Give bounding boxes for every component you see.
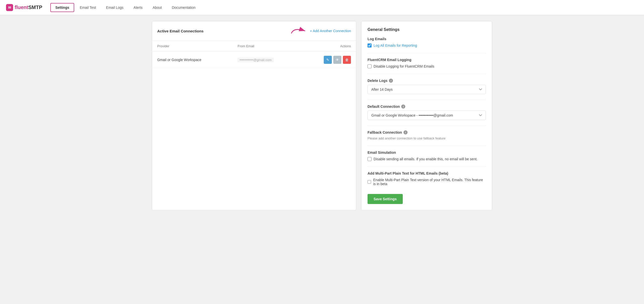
log-emails-title: Log Emails xyxy=(368,37,486,41)
disable-sending-label: Disable sending all emails. If you enabl… xyxy=(374,157,477,161)
add-connection-container: + Add Another Connection xyxy=(289,26,351,36)
left-panel: Active Email Connections + Add Another C… xyxy=(152,21,356,210)
save-settings-button[interactable]: Save Settings xyxy=(368,194,403,204)
page-content: Active Email Connections + Add Another C… xyxy=(146,15,498,216)
enable-multipart-checkbox[interactable] xyxy=(368,180,371,184)
default-connection-info-icon[interactable]: i xyxy=(401,105,405,109)
divider-2 xyxy=(368,74,486,74)
nav-item-email-test[interactable]: Email Test xyxy=(75,4,100,12)
divider-1 xyxy=(368,53,486,53)
action-buttons: ✎ 👁 🗑 xyxy=(306,56,351,64)
nav-item-about[interactable]: About xyxy=(148,4,167,12)
disable-fluentcrm-checkbox[interactable] xyxy=(368,64,372,68)
fallback-label: Fallback Connection i xyxy=(368,130,486,134)
logo: ✉ fluentSMTP xyxy=(6,4,42,11)
disable-fluentcrm-label: Disable Logging for FluentCRM Emails xyxy=(374,64,434,68)
default-connection-select[interactable]: Gmail or Google Workspace - ••••••••••••… xyxy=(368,111,486,120)
fallback-info-icon[interactable]: i xyxy=(404,130,408,134)
logo-icon: ✉ xyxy=(6,4,13,11)
divider-4 xyxy=(368,126,486,126)
enable-multipart-row: Enable Multi-Part Plain Text version of … xyxy=(368,178,486,186)
multipart-section: Add Multi-Part Plain Text for HTML Email… xyxy=(368,171,486,186)
nav-item-documentation[interactable]: Documentation xyxy=(167,4,200,12)
fluentcrm-section: FluentCRM Email Logging Disable Logging … xyxy=(368,58,486,68)
default-connection-label: Default Connection i xyxy=(368,105,486,109)
fallback-note: Please add another connection to use fal… xyxy=(368,136,486,140)
add-connection-button[interactable]: + Add Another Connection xyxy=(310,29,351,33)
top-navigation: ✉ fluentSMTP Settings Email Test Email L… xyxy=(0,0,644,15)
divider-3 xyxy=(368,100,486,100)
delete-logs-section: Delete Logs i After 14 Days After 7 Days… xyxy=(368,79,486,94)
divider-5 xyxy=(368,146,486,146)
email-simulation-section: Email Simulation Disable sending all ema… xyxy=(368,150,486,161)
delete-logs-select[interactable]: After 14 Days After 7 Days After 30 Days… xyxy=(368,85,486,94)
from-email-cell: ••••••••••••@gmail.com xyxy=(232,52,301,68)
nav-item-alerts[interactable]: Alerts xyxy=(129,4,147,12)
col-provider: Provider xyxy=(152,41,232,52)
logo-text: fluentSMTP xyxy=(15,5,42,10)
disable-sending-row: Disable sending all emails. If you enabl… xyxy=(368,157,486,161)
log-emails-section: Log Emails Log All Emails for Reporting xyxy=(368,37,486,47)
col-actions: Actions xyxy=(301,41,356,52)
multipart-title: Add Multi-Part Plain Text for HTML Email… xyxy=(368,171,486,175)
fluentcrm-title: FluentCRM Email Logging xyxy=(368,58,486,62)
disable-sending-checkbox[interactable] xyxy=(368,157,372,161)
panel-header: Active Email Connections + Add Another C… xyxy=(152,21,356,41)
email-connections-table: Provider From Email Actions Gmail or Goo… xyxy=(152,41,356,68)
fallback-section: Fallback Connection i Please add another… xyxy=(368,130,486,140)
provider-cell: Gmail or Google Workspace xyxy=(152,52,232,68)
default-connection-section: Default Connection i Gmail or Google Wor… xyxy=(368,105,486,120)
panel-title: Active Email Connections xyxy=(157,29,204,33)
curved-arrow-annotation xyxy=(289,26,309,36)
nav-item-email-logs[interactable]: Email Logs xyxy=(102,4,128,12)
delete-logs-info-icon[interactable]: i xyxy=(389,79,393,83)
delete-logs-label: Delete Logs i xyxy=(368,79,486,83)
nav-items: Settings Email Test Email Logs Alerts Ab… xyxy=(50,3,200,12)
log-all-row: Log All Emails for Reporting xyxy=(368,43,486,47)
nav-item-settings[interactable]: Settings xyxy=(50,3,74,12)
right-panel-title: General Settings xyxy=(368,27,486,32)
edit-button[interactable]: ✎ xyxy=(324,56,332,64)
right-panel: General Settings Log Emails Log All Emai… xyxy=(361,21,492,210)
enable-multipart-label: Enable Multi-Part Plain Text version of … xyxy=(373,178,486,186)
table-row: Gmail or Google Workspace ••••••••••••@g… xyxy=(152,52,356,68)
delete-button[interactable]: 🗑 xyxy=(343,56,351,64)
col-from-email: From Email xyxy=(232,41,301,52)
log-all-label[interactable]: Log All Emails for Reporting xyxy=(374,43,417,47)
email-simulation-title: Email Simulation xyxy=(368,150,486,155)
divider-6 xyxy=(368,167,486,167)
view-button[interactable]: 👁 xyxy=(333,56,341,64)
email-masked: ••••••••••••@gmail.com xyxy=(237,58,273,62)
actions-cell: ✎ 👁 🗑 xyxy=(301,52,356,68)
disable-fluentcrm-row: Disable Logging for FluentCRM Emails xyxy=(368,64,486,68)
log-all-checkbox[interactable] xyxy=(368,43,372,47)
